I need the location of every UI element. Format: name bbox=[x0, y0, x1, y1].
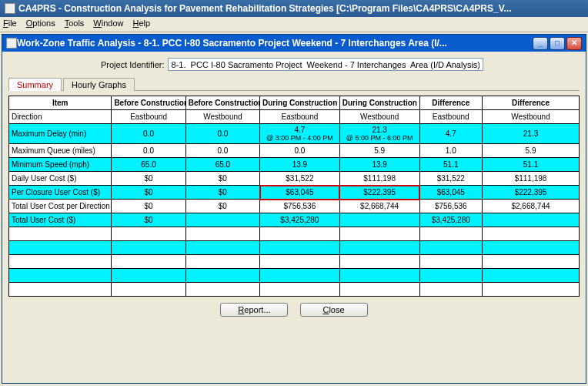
grid-cell bbox=[112, 241, 185, 255]
grid-cell bbox=[260, 269, 340, 283]
inner-app-icon bbox=[6, 38, 17, 49]
project-identifier-label: Project Identifier: bbox=[101, 60, 165, 69]
grid-cell bbox=[339, 213, 419, 227]
table-row bbox=[9, 269, 580, 283]
main-titlebar: CA4PRS - Construction Analysis for Pavem… bbox=[0, 0, 588, 17]
grid-cell bbox=[185, 283, 259, 297]
project-identifier-field[interactable] bbox=[168, 58, 483, 71]
table-row: DirectionEastboundWestboundEastboundWest… bbox=[9, 110, 580, 124]
grid-cell bbox=[260, 283, 340, 297]
grid-cell bbox=[483, 213, 580, 227]
grid-cell: $756,536 bbox=[260, 200, 340, 213]
row-item-label bbox=[9, 269, 112, 283]
grid-cell: 21.3@ 5:00 PM - 6:00 PM bbox=[339, 124, 419, 144]
grid-cell: 13.9 bbox=[260, 158, 340, 172]
grid-cell bbox=[483, 227, 580, 241]
table-row: Minimum Speed (mph)65.065.013.913.951.15… bbox=[9, 158, 580, 172]
row-item-label: Total User Cost ($) bbox=[9, 213, 112, 227]
tab-hourly[interactable]: Hourly Graphs bbox=[63, 78, 135, 91]
table-row: Total User Cost per Direction ($)$0$0$75… bbox=[9, 200, 580, 213]
menu-help[interactable]: Help bbox=[133, 18, 151, 30]
grid-cell: 0.0 bbox=[185, 144, 259, 158]
grid-cell bbox=[185, 213, 259, 227]
grid-cell: 65.0 bbox=[112, 158, 185, 172]
grid-cell bbox=[419, 227, 483, 241]
grid-cell bbox=[419, 283, 483, 297]
inner-window: Work-Zone Traffic Analysis - 8-1. PCC I-… bbox=[2, 34, 586, 384]
grid-cell bbox=[419, 241, 483, 255]
grid-cell: 4.7@ 3:00 PM - 4:00 PM bbox=[260, 124, 340, 144]
grid-cell bbox=[185, 241, 259, 255]
grid-cell bbox=[483, 283, 580, 297]
grid-cell bbox=[112, 255, 185, 269]
grid-cell: $2,668,744 bbox=[483, 200, 580, 213]
grid-cell: Westbound bbox=[185, 110, 259, 124]
grid-cell bbox=[260, 241, 340, 255]
grid-cell: 5.9 bbox=[339, 144, 419, 158]
menubar: File Options Tools Window Help bbox=[0, 17, 588, 32]
menu-file[interactable]: File bbox=[3, 18, 17, 30]
table-row: Total User Cost ($)$0$3,425,280$3,425,28… bbox=[9, 213, 580, 227]
report-button[interactable]: Report... bbox=[220, 303, 288, 317]
grid-cell bbox=[185, 227, 259, 241]
table-row: Maximum Delay (min)0.00.04.7@ 3:00 PM - … bbox=[9, 124, 580, 144]
grid-cell bbox=[339, 227, 419, 241]
grid-cell bbox=[185, 255, 259, 269]
grid-cell bbox=[339, 269, 419, 283]
grid-cell: $63,045 bbox=[419, 186, 483, 200]
grid-header-row: ItemBefore ConstructionBefore Constructi… bbox=[9, 96, 580, 110]
row-item-label bbox=[9, 241, 112, 255]
grid-cell: 0.0 bbox=[260, 144, 340, 158]
grid-cell: Westbound bbox=[483, 110, 580, 124]
grid-cell: 21.3 bbox=[483, 124, 580, 144]
grid-cell bbox=[339, 241, 419, 255]
inner-body: Project Identifier: Summary Hourly Graph… bbox=[2, 52, 586, 383]
grid-cell: $0 bbox=[185, 172, 259, 186]
grid-header-cell: Item bbox=[9, 96, 112, 110]
table-row bbox=[9, 227, 580, 241]
grid-cell: $31,522 bbox=[419, 172, 483, 186]
grid-cell: 5.9 bbox=[483, 144, 580, 158]
grid-cell: $111,198 bbox=[339, 172, 419, 186]
grid-cell bbox=[260, 227, 340, 241]
grid-cell: 1.0 bbox=[419, 144, 483, 158]
row-item-label bbox=[9, 283, 112, 297]
grid-cell bbox=[185, 269, 259, 283]
grid-cell bbox=[112, 227, 185, 241]
tab-summary[interactable]: Summary bbox=[8, 78, 62, 91]
inner-titlebar: Work-Zone Traffic Analysis - 8-1. PCC I-… bbox=[2, 35, 586, 52]
grid-header-cell: Difference bbox=[419, 96, 483, 110]
menu-tools[interactable]: Tools bbox=[65, 18, 85, 30]
close-button[interactable]: ✕ bbox=[566, 37, 582, 50]
minimize-button[interactable]: _ bbox=[533, 37, 548, 50]
grid-cell: $0 bbox=[185, 186, 259, 200]
table-row bbox=[9, 241, 580, 255]
row-item-label: Minimum Speed (mph) bbox=[9, 158, 112, 172]
grid-cell: $222,395 bbox=[483, 186, 580, 200]
menu-file-label: ile bbox=[8, 18, 17, 28]
grid-cell: $0 bbox=[112, 200, 185, 213]
row-item-label: Maximum Queue (miles) bbox=[9, 144, 112, 158]
grid-cell: $63,045 bbox=[260, 186, 340, 200]
grid-header-cell: During Construction bbox=[260, 96, 340, 110]
maximize-button[interactable]: □ bbox=[550, 37, 565, 50]
close-dialog-button[interactable]: Close bbox=[300, 303, 368, 317]
grid-cell: $2,668,744 bbox=[339, 200, 419, 213]
grid-cell bbox=[483, 255, 580, 269]
table-row: Per Closure User Cost ($)$0$0$63,045$222… bbox=[9, 186, 580, 200]
grid-cell: $0 bbox=[112, 172, 185, 186]
grid-cell bbox=[260, 255, 340, 269]
summary-grid: ItemBefore ConstructionBefore Constructi… bbox=[8, 96, 580, 297]
grid-cell: 65.0 bbox=[185, 158, 259, 172]
menu-options[interactable]: Options bbox=[26, 18, 55, 30]
grid-cell: Eastbound bbox=[260, 110, 340, 124]
grid-cell: $222,395 bbox=[339, 186, 419, 200]
menu-window[interactable]: Window bbox=[93, 18, 123, 30]
grid-cell: $3,425,280 bbox=[260, 213, 340, 227]
row-item-label: Maximum Delay (min) bbox=[9, 124, 112, 144]
grid-header-cell: Before Construction bbox=[185, 96, 259, 110]
row-item-label bbox=[9, 255, 112, 269]
grid-cell: $756,536 bbox=[419, 200, 483, 213]
table-row: Daily User Cost ($)$0$0$31,522$111,198$3… bbox=[9, 172, 580, 186]
grid-header-cell: Difference bbox=[483, 96, 580, 110]
